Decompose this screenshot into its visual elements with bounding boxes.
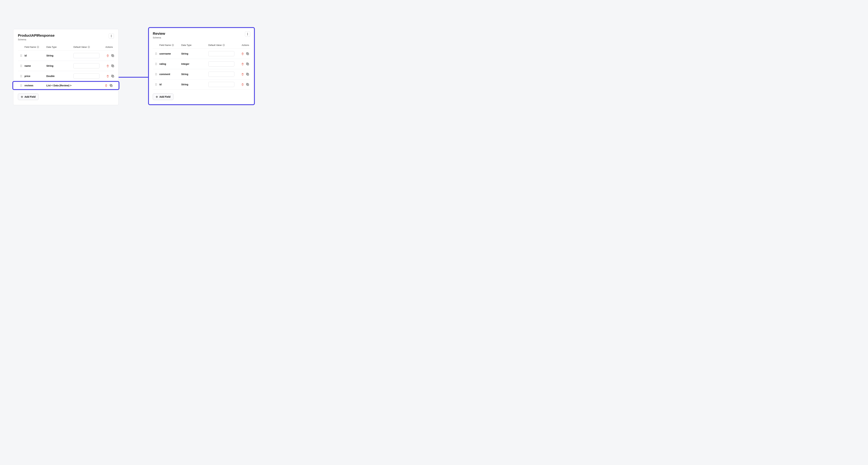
duplicate-icon[interactable]: D	[246, 52, 249, 55]
fields-table: Field Name Data Type Default Value Actio…	[153, 42, 250, 90]
table-row: nameStringD	[18, 61, 114, 71]
default-value-input[interactable]	[208, 61, 235, 66]
default-value-input[interactable]	[208, 82, 235, 87]
svg-point-36	[21, 84, 21, 85]
duplicate-icon[interactable]: D	[110, 84, 113, 87]
svg-text:D: D	[247, 84, 248, 85]
svg-point-55	[156, 53, 157, 53]
more-button[interactable]	[109, 33, 114, 38]
svg-point-39	[22, 85, 22, 86]
duplicate-icon[interactable]: D	[111, 54, 115, 57]
duplicate-icon[interactable]: D	[111, 64, 115, 67]
drag-handle-icon[interactable]	[19, 54, 24, 57]
svg-text:D: D	[113, 76, 113, 77]
add-field-button[interactable]: Add Field	[18, 93, 38, 100]
trash-icon[interactable]	[106, 54, 109, 57]
svg-point-54	[155, 53, 156, 53]
trash-icon[interactable]	[106, 75, 109, 78]
drag-handle-icon[interactable]	[154, 63, 158, 65]
drag-handle-icon[interactable]	[19, 84, 24, 87]
trash-icon[interactable]	[106, 64, 109, 67]
connector-line	[118, 77, 148, 78]
svg-point-67	[155, 65, 156, 65]
trash-icon[interactable]	[241, 52, 244, 55]
svg-point-64	[156, 63, 157, 63]
trash-icon[interactable]	[241, 73, 244, 76]
svg-point-56	[155, 54, 156, 54]
drag-handle-icon[interactable]	[154, 53, 158, 55]
svg-point-23	[22, 66, 22, 67]
svg-point-66	[156, 64, 157, 64]
duplicate-icon[interactable]: D	[246, 83, 249, 86]
table-row: priceDoubleD	[18, 71, 114, 81]
field-type: String	[46, 54, 72, 57]
duplicate-icon[interactable]: D	[246, 72, 249, 76]
row-actions: D	[236, 52, 249, 55]
field-type: String	[46, 64, 72, 67]
plus-icon	[21, 96, 23, 98]
plus-icon	[156, 96, 158, 98]
trash-icon[interactable]	[241, 83, 244, 86]
svg-point-31	[21, 77, 21, 77]
default-value-input[interactable]	[73, 53, 99, 58]
svg-point-2	[111, 36, 112, 37]
duplicate-icon[interactable]: D	[246, 62, 249, 66]
add-field-label: Add Field	[25, 95, 36, 98]
svg-point-10	[22, 55, 22, 55]
svg-text:D: D	[247, 53, 248, 55]
drag-handle-icon[interactable]	[19, 75, 24, 77]
add-field-button[interactable]: Add Field	[153, 93, 174, 100]
kebab-icon	[247, 33, 248, 35]
drag-handle-icon[interactable]	[19, 65, 24, 67]
svg-point-52	[224, 45, 224, 45]
col-type: Data Type	[46, 46, 72, 48]
info-icon[interactable]	[172, 44, 174, 46]
svg-point-28	[22, 75, 22, 76]
svg-point-21	[22, 66, 22, 66]
info-icon[interactable]	[37, 46, 39, 48]
row-actions: D	[100, 64, 115, 67]
table-row: ratingIntegerD	[153, 59, 250, 69]
trash-icon[interactable]	[241, 63, 244, 65]
highlighted-row: reviewsList < Data (Review) >D	[13, 81, 118, 90]
fields-table: Field Name Data Type Default Value Actio…	[18, 44, 114, 90]
svg-point-13	[21, 56, 21, 57]
default-cell	[208, 71, 235, 77]
add-field-label: Add Field	[159, 95, 170, 98]
card-subtitle: Schema	[153, 36, 165, 39]
svg-text:D: D	[113, 65, 113, 67]
more-button[interactable]	[245, 31, 250, 37]
row-actions: D	[236, 83, 249, 86]
info-icon[interactable]	[88, 46, 90, 48]
drag-handle-icon[interactable]	[154, 73, 158, 76]
schema-card-review: Review Schema Field Name Data Type Defau…	[148, 27, 255, 105]
svg-point-86	[156, 85, 157, 86]
default-cell	[208, 61, 235, 66]
table-header: Field Name Data Type Default Value Actio…	[153, 42, 250, 49]
svg-point-4	[38, 47, 38, 47]
field-type: Integer	[181, 63, 207, 65]
col-actions: Actions	[99, 46, 113, 48]
default-value-input[interactable]	[73, 63, 99, 68]
info-icon[interactable]	[222, 44, 225, 46]
default-value-input[interactable]	[208, 51, 235, 56]
default-value-input[interactable]	[73, 74, 99, 79]
svg-point-7	[89, 47, 89, 47]
row-actions: D	[100, 75, 115, 78]
card-title: ProductAPIResponse	[18, 33, 55, 37]
default-cell	[208, 82, 235, 87]
card-title: Review	[153, 31, 165, 36]
svg-point-75	[156, 74, 157, 75]
drag-handle-icon[interactable]	[154, 83, 158, 86]
svg-point-81	[155, 83, 156, 84]
duplicate-icon[interactable]: D	[111, 75, 115, 78]
row-actions: D	[236, 62, 249, 66]
svg-point-58	[155, 54, 156, 55]
field-name: id	[159, 83, 180, 86]
row-actions: D	[99, 84, 113, 87]
default-value-input[interactable]	[208, 71, 235, 77]
svg-point-68	[156, 65, 157, 65]
trash-icon[interactable]	[105, 84, 107, 87]
svg-point-45	[247, 33, 248, 33]
schema-card-product: ProductAPIResponse Schema Field Name Dat…	[13, 29, 119, 105]
